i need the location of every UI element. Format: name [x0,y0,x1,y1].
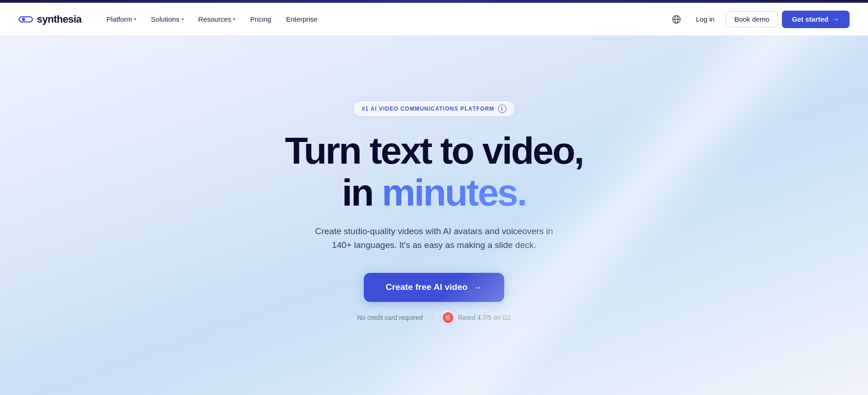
platform-chevron-icon: ▾ [134,17,136,22]
book-demo-button[interactable]: Book demo [726,11,778,27]
nav-solutions[interactable]: Solutions ▾ [145,12,190,27]
nav-platform[interactable]: Platform ▾ [100,12,143,27]
navbar: synthesia Platform ▾ Solutions ▾ Resourc… [0,3,868,36]
hero-title-line1: Turn text to video, [285,130,583,171]
resources-chevron-icon: ▾ [233,17,235,22]
no-credit-card-text: No credit card required [357,314,423,321]
cta-arrow-icon: → [473,282,482,293]
badge-container: #1 AI VIDEO COMMUNICATIONS PLATFORM i [353,100,515,117]
nav-links: Platform ▾ Solutions ▾ Resources ▾ Prici… [100,12,668,27]
solutions-chevron-icon: ▾ [181,17,184,22]
hero-section: #1 AI VIDEO COMMUNICATIONS PLATFORM i Tu… [0,36,868,395]
nav-pricing[interactable]: Pricing [244,12,278,27]
social-proof-divider [432,313,432,322]
create-free-video-button[interactable]: Create free AI video → [364,273,505,302]
nav-enterprise[interactable]: Enterprise [280,12,324,27]
hero-subtitle: Create studio-quality videos with AI ava… [305,224,563,253]
nav-resources[interactable]: Resources ▾ [192,12,242,27]
svg-rect-1 [22,18,25,20]
cta-button-label: Create free AI video [386,282,468,292]
language-selector-button[interactable] [668,11,685,28]
cta-container: Create free AI video → No credit card re… [357,273,511,324]
badge-info-icon[interactable]: i [498,105,507,113]
g2-logo-icon: G [442,311,454,324]
hero-title-line2-prefix: in [342,171,382,213]
logo-link[interactable]: synthesia [18,13,82,25]
login-button[interactable]: Log in [688,12,722,27]
synthesia-logo-icon [18,14,33,25]
globe-icon [672,15,681,24]
hero-title-highlight: minutes. [382,171,526,213]
g2-rating-text: Rated 4.7/5 on G2 [458,314,511,321]
hero-title: Turn text to video, in minutes. [285,130,583,213]
g2-rating: G Rated 4.7/5 on G2 [442,311,511,324]
svg-rect-0 [19,17,33,22]
logo-text: synthesia [37,13,82,25]
get-started-arrow-icon: → [832,15,839,24]
badge-text: #1 AI VIDEO COMMUNICATIONS PLATFORM [361,106,494,112]
hero-badge: #1 AI VIDEO COMMUNICATIONS PLATFORM i [353,100,515,117]
get-started-button[interactable]: Get started → [782,11,850,28]
nav-right-actions: Log in Book demo Get started → [668,11,850,28]
social-proof: No credit card required G Rated 4.7/5 on… [357,311,511,324]
